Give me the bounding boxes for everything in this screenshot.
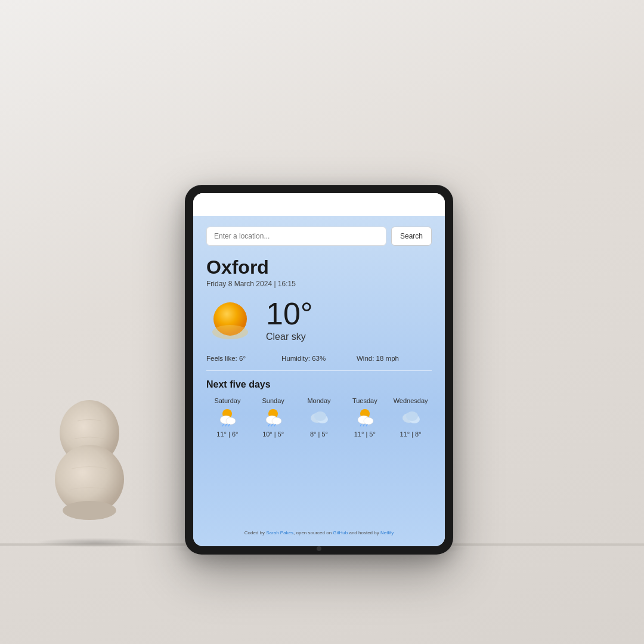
- screen-top-bar: [193, 193, 445, 216]
- svg-line-16: [268, 424, 270, 426]
- svg-line-11: [225, 424, 227, 426]
- footer-author-link[interactable]: Sarah Pakes: [266, 530, 293, 535]
- svg-point-9: [226, 417, 236, 425]
- svg-point-30: [406, 411, 418, 421]
- forecast-tuesday: Tuesday 11° | 5°: [343, 397, 386, 438]
- svg-line-26: [363, 424, 364, 426]
- forecast-title: Next five days: [206, 379, 432, 390]
- svg-point-4: [63, 501, 116, 520]
- forecast-monday: Monday 8° | 5°: [298, 397, 340, 438]
- humidity: Humidity: 63%: [281, 355, 357, 362]
- footer-netlify-link[interactable]: Netlify: [380, 530, 394, 535]
- svg-point-24: [364, 417, 373, 425]
- forecast-icon-wednesday: [399, 408, 423, 427]
- vase-shadow: [36, 538, 155, 547]
- footer-text-2: , open sourced on: [293, 530, 333, 535]
- footer-github-link[interactable]: GitHub: [333, 530, 348, 535]
- humidity-value: 63%: [312, 355, 326, 362]
- wind-value: 18 mph: [376, 355, 399, 362]
- feels-like: Feels like: 6°: [206, 355, 281, 362]
- footer-text-3: and hosted by: [348, 530, 380, 535]
- search-row: Search: [206, 227, 432, 246]
- tablet-device: Search Oxford Friday 8 March 2024 | 16:1…: [185, 185, 453, 555]
- tablet-frame: Search Oxford Friday 8 March 2024 | 16:1…: [185, 185, 453, 555]
- weather-details: Feels like: 6° Humidity: 63% Wind: 18 mp…: [206, 355, 432, 371]
- svg-line-17: [271, 424, 273, 426]
- feels-like-value: 6°: [239, 355, 246, 362]
- location-input[interactable]: [206, 227, 386, 246]
- temperature-value: 10°: [266, 298, 313, 329]
- app-footer: Coded by Sarah Pakes, open sourced on Gi…: [206, 523, 432, 535]
- forecast-icon-monday: [307, 408, 331, 427]
- decorative-vase: [36, 391, 143, 525]
- svg-line-25: [360, 424, 361, 426]
- footer-text-1: Coded by: [244, 530, 266, 535]
- main-weather: 10° Clear sky: [206, 296, 432, 344]
- svg-point-21: [314, 411, 326, 421]
- forecast-icon-sunday: [261, 408, 285, 427]
- search-button[interactable]: Search: [391, 227, 432, 246]
- svg-point-15: [272, 417, 281, 425]
- weather-icon: [206, 296, 254, 344]
- forecast-sunday: Sunday 10° | 5°: [252, 397, 295, 438]
- city-name: Oxford: [206, 256, 432, 278]
- svg-line-10: [222, 424, 224, 426]
- tablet-home-dot: [317, 546, 321, 551]
- forecast-saturday: Saturday 11° | 6°: [206, 397, 249, 438]
- date-time: Friday 8 March 2024 | 16:15: [206, 280, 432, 288]
- temp-desc: 10° Clear sky: [266, 298, 313, 342]
- tablet-screen: Search Oxford Friday 8 March 2024 | 16:1…: [193, 193, 445, 546]
- weather-app: Search Oxford Friday 8 March 2024 | 16:1…: [193, 216, 445, 546]
- forecast-wednesday: Wednesday 11° | 8°: [389, 397, 432, 438]
- forecast-icon-saturday: [215, 408, 239, 427]
- svg-point-6: [212, 325, 248, 339]
- forecast-grid: Saturday 11° | 6° Sunday: [206, 397, 432, 438]
- weather-description: Clear sky: [266, 332, 313, 342]
- forecast-icon-tuesday: [353, 408, 377, 427]
- wind: Wind: 18 mph: [357, 355, 432, 362]
